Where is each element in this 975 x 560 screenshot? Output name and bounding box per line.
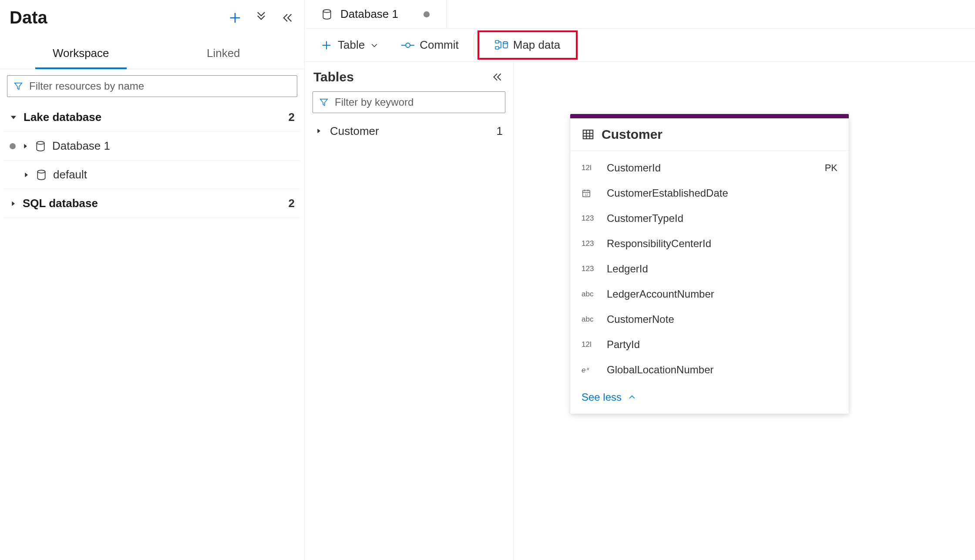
sidebar-tabs: Workspace Linked [0, 40, 304, 69]
caret-right-icon [315, 127, 322, 134]
field-row[interactable]: 12l PartyId [582, 332, 837, 357]
tree-group-lake-database[interactable]: Lake database 2 [3, 103, 301, 132]
field-name: ResponsibilityCenterId [607, 238, 830, 250]
field-name: GlobalLocationNumber [607, 364, 830, 376]
svg-marker-18 [320, 99, 328, 106]
filter-icon [319, 97, 329, 107]
field-name: LedgerAccountNumber [607, 288, 830, 300]
tables-list-item-customer[interactable]: Customer 1 [311, 118, 507, 144]
map-data-label: Map data [513, 38, 560, 52]
field-type-icon: 123 [582, 214, 600, 223]
tree-item-default[interactable]: default [3, 161, 301, 189]
tree-group-count: 2 [289, 197, 295, 210]
chevron-down-icon [370, 41, 379, 50]
entity-card-customer[interactable]: Customer 12l CustomerId PK [570, 114, 849, 414]
tree-item-database-1[interactable]: Database 1 [3, 132, 301, 161]
tree-group-label: Lake database [24, 111, 101, 124]
field-type-icon: 123 [582, 265, 600, 273]
editor-tab-label: Database 1 [340, 7, 398, 21]
field-type-icon: 123 [582, 239, 600, 248]
designer-canvas[interactable]: Customer 12l CustomerId PK [514, 62, 975, 560]
map-data-button[interactable]: Map data [484, 34, 572, 56]
svg-rect-15 [495, 40, 499, 43]
svg-marker-19 [317, 129, 320, 134]
field-name: PartyId [607, 339, 830, 351]
svg-point-12 [406, 43, 410, 47]
field-name: CustomerEstablishedDate [607, 187, 830, 199]
tree-group-count: 2 [289, 111, 295, 124]
plus-icon [320, 39, 333, 51]
table-icon [582, 128, 595, 141]
field-type-icon: 12l [582, 164, 600, 172]
calendar-icon: 12 [582, 188, 591, 198]
tables-panel-title: Tables [313, 70, 354, 84]
svg-marker-4 [24, 144, 27, 148]
field-name: CustomerId [607, 162, 818, 174]
sidebar-filter[interactable] [7, 75, 297, 97]
editor-tabbar: Database 1 [305, 0, 975, 29]
collapse-panel-icon[interactable] [280, 10, 295, 25]
entity-name: Customer [602, 127, 662, 142]
caret-right-icon [10, 200, 17, 207]
tables-list-item-label: Customer [330, 124, 379, 138]
field-row[interactable]: eˣ GlobalLocationNumber [582, 357, 837, 382]
field-name: LedgerId [607, 263, 830, 275]
entity-fields: 12l CustomerId PK 12 [570, 151, 849, 385]
commit-button[interactable]: Commit [390, 34, 470, 56]
field-row[interactable]: 12l CustomerId PK [582, 155, 837, 181]
field-row[interactable]: abc CustomerNote [582, 307, 837, 332]
see-less-label: See less [582, 391, 622, 403]
svg-point-5 [37, 141, 44, 144]
field-type-icon: 12 [582, 188, 600, 198]
field-row[interactable]: 123 ResponsibilityCenterId [582, 231, 837, 256]
commit-icon [401, 41, 414, 49]
sidebar-title: Data [10, 8, 47, 27]
map-data-icon [495, 40, 508, 51]
add-button[interactable] [228, 10, 242, 25]
caret-down-icon [10, 114, 17, 121]
database-icon [36, 169, 47, 181]
field-row[interactable]: 12 CustomerEstablishedDate [582, 181, 837, 206]
editor-tab-database-1[interactable]: Database 1 [305, 0, 447, 28]
tab-linked[interactable]: Linked [152, 40, 295, 69]
tables-filter-input[interactable] [335, 96, 499, 108]
svg-point-9 [323, 10, 330, 13]
mapdata-callout: Map data [477, 30, 578, 60]
database-icon [321, 9, 333, 20]
expand-all-icon[interactable] [254, 10, 269, 25]
svg-rect-16 [495, 47, 499, 49]
svg-text:12: 12 [585, 193, 588, 197]
field-type-icon: abc [582, 315, 600, 324]
tables-filter[interactable] [313, 91, 505, 113]
field-key-badge: PK [825, 162, 837, 174]
tree-item-label: Database 1 [52, 139, 110, 153]
data-sidebar: Data Workspace Linked [0, 0, 305, 560]
commit-label: Commit [420, 38, 459, 52]
svg-marker-2 [15, 83, 22, 90]
see-less-button[interactable]: See less [570, 385, 849, 414]
designer-toolbar: Table Commit Map data [305, 29, 975, 62]
new-table-button[interactable]: Table [309, 34, 390, 56]
tables-panel: Tables Customer [305, 62, 514, 560]
field-name: CustomerNote [607, 313, 830, 325]
tree-item-label: default [53, 168, 87, 181]
collapse-tables-panel-icon[interactable] [490, 70, 504, 84]
caret-right-icon [23, 171, 30, 178]
field-row[interactable]: 123 LedgerId [582, 256, 837, 282]
unsaved-dot-icon [424, 11, 430, 17]
svg-marker-8 [12, 201, 15, 206]
tab-workspace[interactable]: Workspace [10, 40, 152, 69]
field-name: CustomerTypeId [607, 212, 830, 225]
tree-group-sql-database[interactable]: SQL database 2 [3, 189, 301, 218]
filter-icon [13, 81, 23, 91]
field-row[interactable]: 123 CustomerTypeId [582, 206, 837, 231]
svg-point-7 [37, 170, 45, 173]
field-row[interactable]: abc LedgerAccountNumber [582, 282, 837, 307]
sidebar-filter-input[interactable] [29, 80, 291, 92]
svg-marker-6 [25, 172, 28, 177]
resource-tree: Lake database 2 Database 1 [0, 103, 304, 218]
svg-point-17 [503, 41, 508, 44]
tree-group-label: SQL database [23, 197, 98, 210]
unsaved-dot-icon [10, 143, 16, 149]
new-table-label: Table [338, 38, 365, 52]
